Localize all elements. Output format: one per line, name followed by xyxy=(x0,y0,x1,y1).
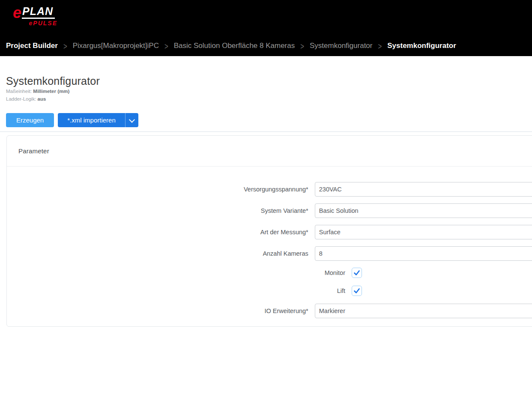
versorgungsspannung-label: Versorgungsspannung* xyxy=(7,186,315,193)
meta-ladder-value: aus xyxy=(38,96,46,101)
anzahl-kameras-label: Anzahl Kameras xyxy=(7,250,315,257)
meta-ladder-logic: Ladder-Logik: aus xyxy=(6,96,526,103)
generate-button[interactable]: Erzeugen xyxy=(6,113,54,127)
form-row-system-variante: System Variante* xyxy=(7,203,532,218)
form-row-versorgungsspannung: Versorgungsspannung* xyxy=(7,182,532,197)
chevron-right-icon: > xyxy=(378,41,382,51)
eplan-logo-plan: PLAN xyxy=(22,6,55,19)
breadcrumb-systemkonfigurator[interactable]: Systemkonfigurator xyxy=(310,42,372,50)
meta-unit: Maßeinheit: Millimeter (mm) xyxy=(6,88,526,95)
import-dropdown-button[interactable] xyxy=(125,113,138,127)
form-row-art-der-messung: Art der Messung* xyxy=(7,225,532,239)
import-xml-button[interactable]: *.xml importieren xyxy=(58,113,125,127)
meta-unit-label: Maßeinheit: xyxy=(6,89,32,94)
breadcrumb-project-builder[interactable]: Project Builder xyxy=(6,42,58,50)
parameter-panel-title: Parameter xyxy=(18,147,49,155)
chevron-down-icon xyxy=(129,116,135,122)
versorgungsspannung-input[interactable] xyxy=(315,182,532,197)
breadcrumb: Project Builder > Pixargus[Makroprojekt]… xyxy=(0,42,532,56)
monitor-checkbox[interactable] xyxy=(352,268,362,278)
art-der-messung-input[interactable] xyxy=(315,225,532,239)
monitor-label: Monitor xyxy=(7,269,352,276)
io-erweiterung-label: IO Erweiterung* xyxy=(7,307,315,314)
chevron-right-icon: > xyxy=(300,41,304,51)
page-head: Systemkonfigurator Maßeinheit: Millimete… xyxy=(0,56,532,103)
toolbar: Erzeugen *.xml importieren xyxy=(6,113,526,127)
parameter-panel: Parameter Versorgungsspannung* System Va… xyxy=(6,135,532,327)
lift-checkbox[interactable] xyxy=(352,286,362,296)
anzahl-kameras-input[interactable] xyxy=(315,246,532,261)
app-header: e PLAN ePULSE Project Builder > Pixargus… xyxy=(0,0,532,56)
checkmark-icon xyxy=(353,269,360,276)
checkmark-icon xyxy=(353,287,360,294)
parameter-form: Versorgungsspannung* System Variante* Ar… xyxy=(7,167,532,326)
page-title: Systemkonfigurator xyxy=(6,75,526,87)
art-der-messung-label: Art der Messung* xyxy=(7,229,315,236)
meta-unit-value: Millimeter (mm) xyxy=(33,89,69,94)
breadcrumb-systemkonfigurator-current: Systemkonfigurator xyxy=(387,42,456,50)
eplan-logo-top: e PLAN xyxy=(13,3,60,19)
system-variante-label: System Variante* xyxy=(7,207,315,214)
form-row-lift: Lift xyxy=(7,286,532,296)
chevron-right-icon: > xyxy=(63,41,67,51)
chevron-right-icon: > xyxy=(164,41,168,51)
meta-ladder-label: Ladder-Logik: xyxy=(6,96,36,101)
form-row-io-erweiterung: IO Erweiterung* xyxy=(7,304,532,318)
breadcrumb-basic-solution[interactable]: Basic Solution Oberfläche 8 Kameras xyxy=(174,42,295,50)
system-variante-input[interactable] xyxy=(315,203,532,218)
form-row-anzahl-kameras: Anzahl Kameras xyxy=(7,246,532,261)
import-split-button: *.xml importieren xyxy=(58,113,138,127)
io-erweiterung-input[interactable] xyxy=(315,304,532,318)
parameter-panel-header: Parameter xyxy=(7,136,532,167)
lift-label: Lift xyxy=(7,287,352,294)
section-divider xyxy=(0,131,532,132)
eplan-logo-e: e xyxy=(13,5,21,21)
breadcrumb-pixargus-project[interactable]: Pixargus[Makroprojekt]iPC xyxy=(73,42,159,50)
eplan-logo[interactable]: e PLAN ePULSE xyxy=(13,3,60,27)
form-row-monitor: Monitor xyxy=(7,268,532,278)
